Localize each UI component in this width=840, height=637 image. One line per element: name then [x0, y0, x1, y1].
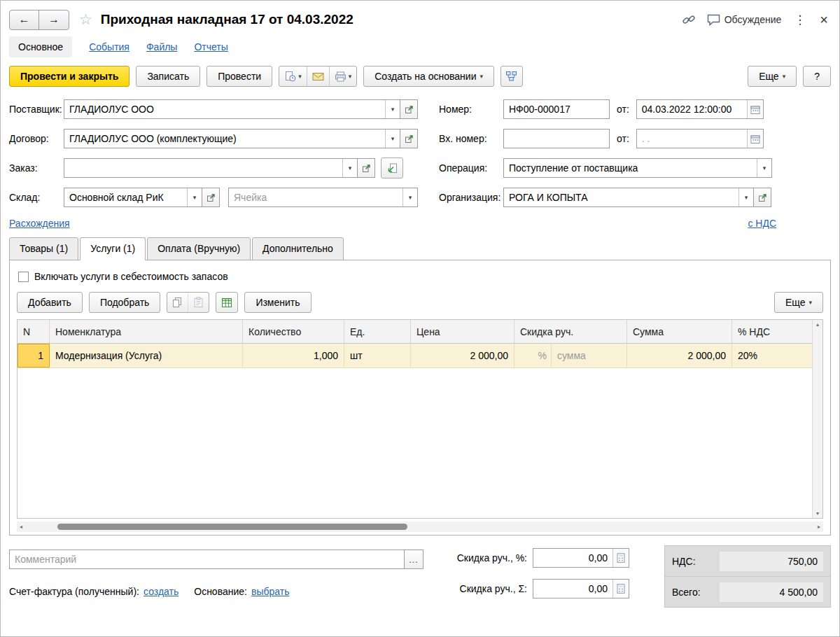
forward-button[interactable]: →	[39, 10, 69, 29]
warehouse-dropdown-icon[interactable]: ▾	[187, 188, 202, 206]
paste-rows-button[interactable]	[188, 293, 209, 312]
cell-discount-sum[interactable]: сумма	[551, 344, 626, 368]
scroll-right-icon[interactable]: ▸	[818, 524, 820, 530]
number-field[interactable]: НФ00-000017	[503, 99, 610, 119]
cell-price[interactable]: 2 000,00	[411, 344, 514, 368]
supplier-open-button[interactable]	[400, 99, 418, 119]
contract-field[interactable]: ГЛАДИОЛУС ООО (комплектующие) ▾	[64, 129, 400, 148]
scroll-left-icon[interactable]: ◂	[20, 524, 22, 530]
section-reports-link[interactable]: Отчеты	[194, 41, 227, 52]
organization-open-button[interactable]	[753, 188, 771, 207]
column-header-n[interactable]: N	[18, 320, 50, 343]
tab-services[interactable]: Услуги (1)	[80, 237, 146, 260]
post-and-close-button[interactable]: Провести и закрыть	[9, 66, 130, 87]
calendar-icon[interactable]	[747, 130, 763, 148]
favorite-star-icon[interactable]: ☆	[79, 11, 92, 28]
column-header-unit[interactable]: Ед.	[344, 320, 411, 343]
help-button[interactable]: ?	[803, 66, 831, 87]
mail-button[interactable]	[307, 66, 329, 86]
warehouse-field[interactable]: Основной склад РиК ▾	[64, 188, 202, 207]
print-button[interactable]: ▾	[329, 66, 357, 86]
scroll-up-icon[interactable]: ▴	[816, 321, 819, 328]
horizontal-scroll-thumb[interactable]	[57, 524, 407, 530]
operation-dropdown-icon[interactable]: ▾	[757, 159, 771, 177]
order-dropdown-icon[interactable]: ▾	[342, 159, 357, 177]
warehouse-open-button[interactable]	[202, 188, 220, 207]
command-bar: Провести и закрыть Записать Провести ▾ ▾…	[1, 62, 839, 94]
incoming-date-field[interactable]: . .	[636, 129, 764, 148]
section-events-link[interactable]: События	[89, 41, 130, 52]
invoice-create-link[interactable]: создать	[144, 586, 178, 597]
more-button[interactable]: Еще ▾	[748, 66, 797, 87]
contract-open-button[interactable]	[400, 129, 418, 148]
vertical-scrollbar[interactable]: ▴ ▾	[812, 320, 822, 518]
section-files-link[interactable]: Файлы	[146, 41, 177, 52]
order-open-button[interactable]	[357, 158, 375, 178]
discount-sum-field[interactable]: 0,00	[533, 579, 629, 598]
comment-more-button[interactable]: …	[404, 550, 424, 569]
column-header-quantity[interactable]: Количество	[243, 320, 344, 343]
table-more-button[interactable]: Еще ▾	[774, 292, 823, 313]
tab-payment[interactable]: Оплата (Вручную)	[147, 237, 251, 260]
related-documents-button[interactable]	[500, 66, 523, 87]
discussion-button[interactable]: Обсуждение	[707, 14, 782, 26]
contract-dropdown-icon[interactable]: ▾	[385, 130, 400, 148]
calculator-icon[interactable]	[612, 549, 629, 567]
organization-field[interactable]: РОГА И КОПЫТА ▾	[503, 188, 754, 207]
organization-dropdown-icon[interactable]: ▾	[738, 188, 753, 206]
create-based-on-button[interactable]: Создать на основании ▾	[363, 66, 494, 87]
column-header-nomenclature[interactable]: Номенклатура	[50, 320, 243, 343]
cell-nomenclature[interactable]: Модернизация (Услуга)	[50, 344, 243, 368]
cell-dropdown-icon[interactable]: ▾	[402, 188, 417, 206]
posting-time-button[interactable]: ▾	[279, 66, 307, 86]
cell-row-number[interactable]: 1	[18, 344, 50, 368]
cell-unit[interactable]: шт	[344, 344, 411, 368]
doc-date-field[interactable]: 04.03.2022 12:00:00	[636, 99, 764, 119]
include-services-checkbox[interactable]	[18, 272, 29, 282]
basis-choose-link[interactable]: выбрать	[251, 586, 290, 597]
back-button[interactable]: ←	[10, 10, 39, 29]
totals-panel: НДС: 750,00 Всего: 4 500,00	[664, 545, 831, 608]
discrepancies-link[interactable]: Расхождения	[9, 218, 70, 229]
post-button[interactable]: Провести	[206, 66, 272, 87]
cell-input[interactable]	[229, 192, 402, 203]
fill-from-order-button[interactable]	[381, 158, 403, 178]
calculator-icon[interactable]	[612, 580, 629, 598]
section-main[interactable]: Основное	[9, 36, 72, 57]
column-header-sum[interactable]: Сумма	[627, 320, 732, 343]
cell-field[interactable]: ▾	[228, 188, 418, 207]
supplier-dropdown-icon[interactable]: ▾	[385, 100, 400, 118]
column-header-vat[interactable]: % НДС	[732, 320, 822, 343]
spreadsheet-view-button[interactable]	[216, 292, 238, 313]
discount-percent-field[interactable]: 0,00	[533, 548, 629, 568]
more-menu-icon[interactable]: ⋮	[792, 13, 807, 27]
column-header-price[interactable]: Цена	[411, 320, 514, 343]
cell-quantity[interactable]: 1,000	[243, 344, 344, 368]
comment-input[interactable]	[10, 554, 404, 565]
tab-goods[interactable]: Товары (1)	[9, 237, 78, 260]
save-button[interactable]: Записать	[136, 66, 200, 87]
add-row-button[interactable]: Добавить	[17, 292, 83, 313]
calendar-icon[interactable]	[747, 100, 763, 118]
copy-link-icon[interactable]	[682, 13, 696, 27]
comment-field[interactable]	[9, 550, 405, 569]
cell-vat[interactable]: 20%	[732, 344, 822, 368]
scroll-down-icon[interactable]: ▾	[816, 510, 819, 517]
incoming-number-field[interactable]	[503, 129, 610, 148]
close-icon[interactable]: ×	[818, 12, 830, 28]
cell-discount[interactable]: % сумма	[514, 344, 627, 368]
vat-link[interactable]: с НДС	[748, 218, 776, 229]
horizontal-scrollbar[interactable]: ◂ ▸	[17, 522, 823, 532]
cell-discount-percent[interactable]: %	[514, 350, 551, 361]
table-row[interactable]: 1 Модернизация (Услуга) 1,000 шт 2 000,0…	[18, 344, 822, 368]
tab-additional[interactable]: Дополнительно	[252, 237, 344, 260]
cell-sum[interactable]: 2 000,00	[627, 344, 732, 368]
column-header-discount[interactable]: Скидка руч.	[514, 320, 627, 343]
supplier-field[interactable]: ГЛАДИОЛУС ООО ▾	[64, 99, 400, 119]
doc-date-value: 04.03.2022 12:00:00	[637, 104, 747, 115]
copy-rows-button[interactable]	[167, 293, 188, 312]
operation-field[interactable]: Поступление от поставщика ▾	[503, 158, 772, 178]
edit-row-button[interactable]: Изменить	[244, 292, 311, 313]
order-field[interactable]: ▾	[64, 158, 358, 178]
pick-button[interactable]: Подобрать	[89, 292, 161, 313]
